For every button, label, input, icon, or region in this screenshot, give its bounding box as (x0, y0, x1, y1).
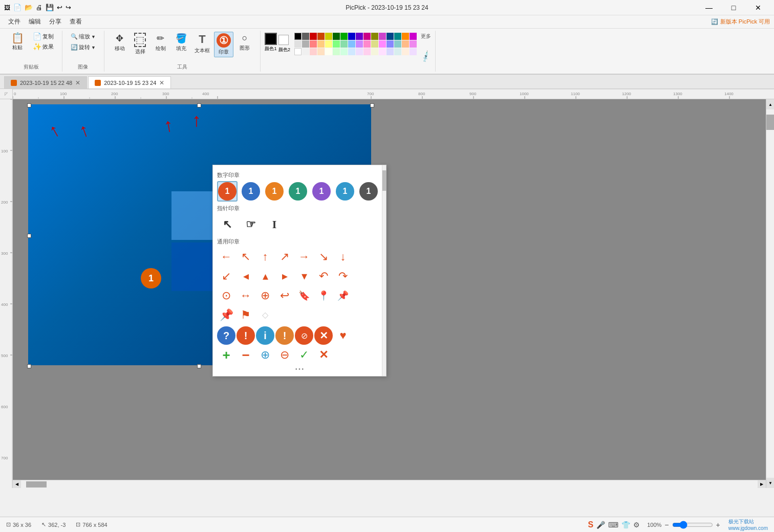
hscroll-thumb[interactable] (26, 481, 47, 487)
shape-button[interactable]: ○ 图形 (235, 32, 254, 53)
arrow-down-left[interactable]: ↙ (217, 267, 235, 285)
tab-1[interactable]: 2023-10-19 15 22 48 ✕ (4, 76, 87, 88)
lavender-swatch[interactable] (356, 48, 363, 55)
ghost-white-swatch[interactable] (386, 48, 394, 55)
zoom-minus[interactable]: − (664, 521, 669, 529)
yellow-swatch[interactable] (325, 33, 332, 40)
color1-swatch[interactable] (265, 33, 277, 45)
handle-tm[interactable] (197, 103, 201, 107)
paste-button[interactable]: 📋 粘贴 (6, 32, 29, 52)
tab2-close[interactable]: ✕ (159, 79, 164, 86)
number-stamp-dark[interactable]: 1 (358, 181, 379, 202)
periwinkle-swatch[interactable] (386, 40, 394, 48)
toolbar-icon-print[interactable]: 🖨 (36, 4, 42, 11)
arrow-left-circle[interactable]: ↩ (275, 286, 294, 305)
bookmark[interactable]: 🔖 (295, 286, 313, 305)
location-outline[interactable]: 📌 (334, 286, 352, 305)
select-button[interactable]: ⬚ 选择 (131, 32, 149, 56)
navy-swatch[interactable] (386, 33, 394, 40)
cursor-stamp-text[interactable]: I (264, 214, 285, 235)
arrow-up-right[interactable]: ↗ (275, 248, 294, 266)
misty-rose-swatch[interactable] (310, 48, 317, 55)
sym-no[interactable]: ⊘ (295, 326, 313, 345)
arrow-up-small[interactable]: ▴ (256, 267, 274, 285)
arrow-up[interactable]: ↑ (256, 248, 274, 266)
flag[interactable]: ⚑ (236, 306, 255, 324)
ivory-swatch[interactable] (325, 48, 332, 55)
copy-button[interactable]: 📄 复制 (31, 32, 56, 41)
toolbar-icon-save[interactable]: 💾 (46, 4, 54, 11)
panel-scrollbar[interactable] (382, 165, 386, 376)
menu-view[interactable]: 查看 (66, 16, 86, 27)
sym-cross[interactable]: ✕ (314, 326, 333, 345)
dark-gray-swatch[interactable] (302, 33, 309, 40)
handle-ml[interactable] (27, 234, 31, 238)
number-stamp-teal[interactable]: 1 (288, 181, 308, 202)
light-blue-swatch[interactable] (348, 40, 355, 48)
light-teal-swatch[interactable] (394, 40, 401, 48)
vscroll-down[interactable]: ▼ (766, 478, 774, 488)
arrow-down[interactable]: ↓ (334, 248, 352, 266)
light-green-swatch[interactable] (333, 40, 340, 48)
pink-swatch[interactable] (363, 33, 371, 40)
menu-edit[interactable]: 编辑 (25, 16, 45, 27)
teal-swatch[interactable] (394, 33, 401, 40)
white-swatch[interactable] (294, 48, 302, 55)
honeydew-swatch[interactable] (333, 48, 340, 55)
medium-gray-swatch[interactable] (302, 40, 309, 48)
stamp-button[interactable]: ① 印章 (214, 32, 233, 57)
cursor-stamp-arrow[interactable]: ↖ (217, 214, 238, 235)
sym-minus-circle[interactable]: ⊖ (275, 346, 294, 364)
update-text[interactable]: 新版本 PicPick 可用 (720, 18, 770, 26)
canvas-area[interactable]: 1 ↑ ↑ ↑ ↑ 数字印章 1 1 1 1 1 1 1 (13, 99, 774, 488)
toolbar-icon-redo[interactable]: ↪ (66, 4, 71, 11)
sym-plus-circle[interactable]: ⊕ (256, 346, 274, 364)
number-stamp-cyan[interactable]: 1 (335, 181, 355, 202)
lavender-blush-swatch[interactable] (363, 48, 371, 55)
sym-warn[interactable]: ! (275, 326, 294, 345)
more-colors-button[interactable]: 更多 (421, 33, 431, 40)
vscroll-thumb[interactable] (766, 115, 774, 130)
bisque-swatch[interactable] (317, 48, 325, 55)
alice-blue-swatch[interactable] (348, 48, 355, 55)
light-yellow-swatch[interactable] (325, 40, 332, 48)
arrow-left[interactable]: ← (217, 248, 235, 266)
maximize-button[interactable]: □ (722, 0, 745, 15)
cursor-stamp-hand[interactable]: ☞ (241, 214, 261, 235)
mint-cream-swatch[interactable] (340, 48, 348, 55)
light-purple-swatch[interactable] (356, 40, 363, 48)
handle-tr[interactable] (370, 103, 374, 107)
diamond[interactable]: ◇ (256, 306, 274, 324)
number-stamp-blue[interactable]: 1 (241, 181, 261, 202)
seashell-swatch[interactable] (402, 48, 409, 55)
sym-x[interactable]: ✕ (314, 346, 333, 364)
dark-red-swatch[interactable] (310, 33, 317, 40)
violet-swatch[interactable] (410, 33, 417, 40)
arrow-curved-right[interactable]: ↷ (334, 267, 352, 285)
close-button[interactable]: ✕ (746, 0, 770, 15)
magenta-swatch[interactable] (379, 33, 386, 40)
arrow-left-small[interactable]: ◂ (236, 267, 255, 285)
green-swatch[interactable] (340, 33, 348, 40)
sym-heart[interactable]: ♥ (334, 326, 352, 345)
toolbar-icon-new[interactable]: 📄 (13, 4, 22, 11)
vscroll-up[interactable]: ▲ (766, 99, 774, 109)
zoom-plus[interactable]: + (716, 521, 720, 529)
textbox-button[interactable]: T 文本框 (192, 32, 212, 55)
arrow-right-small[interactable]: ▸ (275, 267, 294, 285)
light-pink-swatch[interactable] (363, 40, 371, 48)
minimize-button[interactable]: — (697, 0, 721, 15)
number-stamp-purple[interactable]: 1 (311, 181, 332, 202)
peach-swatch[interactable] (402, 40, 409, 48)
move-button[interactable]: ✥ 移动 (111, 32, 129, 53)
light-orange-swatch[interactable] (317, 40, 325, 48)
hscroll-right[interactable]: ▶ (758, 480, 766, 489)
light-gray1-swatch[interactable] (294, 40, 302, 48)
location-filled[interactable]: 📍 (314, 286, 333, 305)
sym-question[interactable]: ? (217, 326, 235, 345)
olive-swatch[interactable] (371, 33, 378, 40)
azure-swatch[interactable] (394, 48, 401, 55)
sym-plus-green[interactable]: + (217, 346, 235, 364)
eyedropper-button[interactable]: 💉 (419, 50, 433, 63)
fill-button[interactable]: 🪣 填充 (172, 32, 190, 53)
